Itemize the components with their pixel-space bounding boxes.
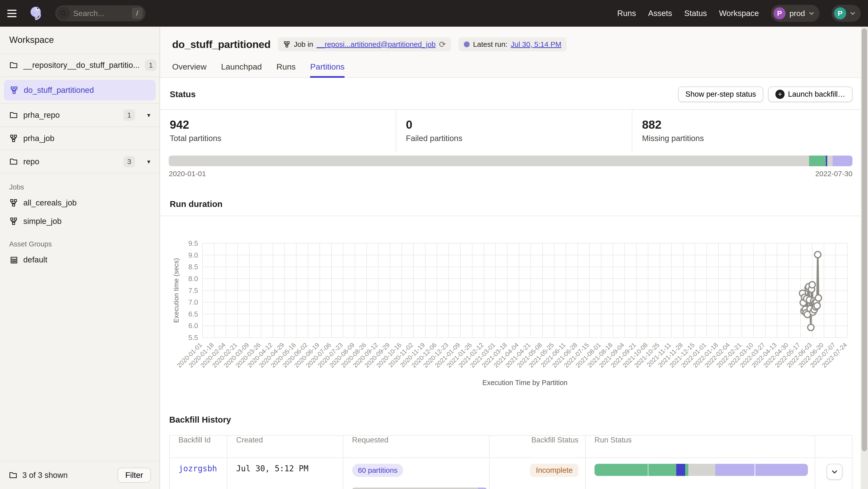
job-tag: Job in __reposi...artitioned@partitioned… bbox=[278, 37, 451, 52]
scrollbar-thumb[interactable] bbox=[862, 29, 867, 451]
job-icon bbox=[9, 217, 18, 226]
user-avatar: P bbox=[834, 7, 846, 20]
sidebar-item-prha-repo[interactable]: prha_repo 1 ▾ bbox=[0, 104, 159, 127]
shown-count-label: 3 of 3 shown bbox=[22, 470, 68, 480]
svg-text:7.0: 7.0 bbox=[188, 298, 198, 306]
svg-text:Execution Time by Partition: Execution Time by Partition bbox=[482, 379, 567, 387]
sidebar-item-prha-job[interactable]: prha_job bbox=[0, 127, 159, 150]
svg-text:9.5: 9.5 bbox=[188, 239, 198, 247]
sidebar-selected-wrap: do_stuff_partitioned bbox=[0, 77, 159, 104]
sidebar-item-repo[interactable]: repo 3 ▾ bbox=[0, 150, 159, 173]
tab-overview[interactable]: Overview bbox=[172, 62, 207, 77]
column-requested: Requested bbox=[343, 436, 489, 457]
reload-icon[interactable]: ⟳ bbox=[439, 39, 446, 49]
folder-icon bbox=[9, 111, 18, 120]
jobs-section-header: Jobs bbox=[0, 173, 159, 194]
expand-row-button[interactable] bbox=[827, 464, 842, 480]
sidebar-item-simple-job[interactable]: simple_job bbox=[0, 212, 159, 230]
asset-group-icon bbox=[9, 255, 18, 264]
job-tag-link[interactable]: __reposi...artitioned@partitioned_job bbox=[317, 40, 436, 48]
folder-icon bbox=[9, 157, 18, 166]
folder-icon bbox=[9, 61, 18, 70]
column-created: Created bbox=[227, 436, 343, 457]
sidebar-item-label: do_stuff_partitioned bbox=[24, 86, 94, 95]
repo-count-badge: 1 bbox=[123, 109, 135, 121]
sidebar-item-label: __repository__do_stuff_partitio... bbox=[23, 61, 140, 70]
latest-run-label: Latest run: bbox=[473, 40, 507, 48]
asset-groups-section-header: Asset Groups bbox=[0, 230, 159, 251]
sidebar-item-default-asset-group[interactable]: default bbox=[0, 251, 159, 269]
search-icon bbox=[57, 7, 70, 20]
nav-link-status[interactable]: Status bbox=[684, 9, 707, 18]
job-icon bbox=[283, 41, 290, 48]
launch-backfill-button[interactable]: + Launch backfill… bbox=[768, 87, 852, 102]
sidebar-item-label: prha_repo bbox=[23, 110, 60, 120]
plus-circle-icon: + bbox=[775, 90, 784, 99]
sidebar-title: Workspace bbox=[0, 27, 159, 54]
tab-runs[interactable]: Runs bbox=[276, 62, 296, 77]
caret-down-icon[interactable]: ▾ bbox=[147, 158, 150, 165]
search-input[interactable] bbox=[70, 9, 132, 18]
caret-down-icon[interactable]: ▾ bbox=[147, 111, 150, 119]
table-row: jozrgsbh Jul 30, 5:12 PM 60 partitions 2… bbox=[170, 458, 852, 489]
folder-icon bbox=[9, 471, 18, 480]
svg-text:6.5: 6.5 bbox=[188, 310, 198, 318]
sidebar-item-label: default bbox=[23, 255, 47, 264]
top-nav: / Runs Assets Status Workspace P prod P bbox=[0, 0, 868, 27]
run-duration-chart-area: 2020-01-012020-01-182020-02-042020-02-21… bbox=[160, 216, 868, 401]
partition-stats: 942 Total partitions 0 Failed partitions… bbox=[160, 109, 868, 152]
requested-partitions-pill[interactable]: 60 partitions bbox=[352, 464, 403, 477]
nav-link-workspace[interactable]: Workspace bbox=[719, 9, 759, 18]
backfill-status-badge: Incomplete bbox=[530, 464, 579, 477]
backfill-id-link[interactable]: jozrgsbh bbox=[179, 464, 217, 473]
tab-bar: Overview Launchpad Runs Partitions bbox=[160, 52, 868, 78]
job-icon bbox=[9, 134, 18, 143]
show-per-step-status-button[interactable]: Show per-step status bbox=[678, 87, 763, 102]
sidebar-item-repository-do-stuff[interactable]: __repository__do_stuff_partitio... 1 ▾ bbox=[0, 54, 159, 77]
hamburger-menu-icon[interactable] bbox=[7, 6, 23, 21]
requested-range-bar bbox=[352, 488, 487, 489]
sidebar-item-all-cereals-job[interactable]: all_cereals_job bbox=[0, 194, 159, 212]
column-actions bbox=[815, 436, 852, 457]
sidebar-item-label: all_cereals_job bbox=[23, 198, 76, 207]
workspace-sidebar: Workspace __repository__do_stuff_partiti… bbox=[0, 27, 160, 489]
partition-status-bar[interactable] bbox=[169, 156, 852, 166]
deployment-switcher[interactable]: P prod bbox=[771, 5, 819, 22]
svg-text:8.5: 8.5 bbox=[188, 263, 198, 271]
created-timestamp: Jul 30, 5:12 PM bbox=[236, 464, 308, 473]
status-heading: Status bbox=[170, 90, 196, 99]
search-shortcut-key: / bbox=[132, 8, 143, 19]
run-status-dot-icon bbox=[464, 41, 470, 47]
run-status-bar[interactable] bbox=[594, 464, 808, 476]
nav-link-assets[interactable]: Assets bbox=[648, 9, 672, 18]
sidebar-item-do-stuff-partitioned[interactable]: do_stuff_partitioned bbox=[4, 80, 156, 100]
table-header-row: Backfill Id Created Requested Backfill S… bbox=[170, 436, 852, 458]
vertical-scrollbar[interactable] bbox=[861, 27, 868, 489]
svg-text:Execution time (secs): Execution time (secs) bbox=[173, 258, 180, 323]
svg-text:7.5: 7.5 bbox=[188, 287, 198, 294]
nav-link-runs[interactable]: Runs bbox=[617, 9, 636, 18]
stat-total-partitions: 942 Total partitions bbox=[160, 110, 396, 152]
svg-text:8.0: 8.0 bbox=[188, 275, 198, 283]
global-search[interactable]: / bbox=[55, 5, 146, 21]
job-icon bbox=[10, 86, 19, 95]
column-backfill-id: Backfill Id bbox=[170, 436, 227, 457]
filter-button[interactable]: Filter bbox=[118, 468, 151, 483]
chevron-down-icon bbox=[831, 470, 838, 474]
tab-partitions[interactable]: Partitions bbox=[310, 62, 344, 77]
svg-text:9.0: 9.0 bbox=[188, 251, 198, 259]
page-header: do_stuff_partitioned Job in __reposi...a… bbox=[160, 27, 868, 78]
main-content: do_stuff_partitioned Job in __reposi...a… bbox=[160, 27, 868, 489]
sidebar-footer: 3 of 3 shown Filter bbox=[0, 461, 159, 489]
sidebar-item-label: simple_job bbox=[23, 217, 62, 226]
partition-bar-end-date: 2022-07-30 bbox=[815, 170, 852, 178]
sidebar-item-label: prha_job bbox=[23, 134, 54, 143]
user-menu[interactable]: P bbox=[832, 5, 861, 22]
column-run-status: Run Status bbox=[585, 436, 815, 457]
dagster-logo-icon[interactable] bbox=[28, 5, 45, 22]
run-duration-heading: Run duration bbox=[160, 199, 868, 209]
svg-text:5.5: 5.5 bbox=[188, 334, 198, 341]
latest-run-link[interactable]: Jul 30, 5:14 PM bbox=[511, 40, 561, 48]
tab-launchpad[interactable]: Launchpad bbox=[221, 62, 262, 77]
backfill-history-table: Backfill Id Created Requested Backfill S… bbox=[169, 435, 852, 489]
